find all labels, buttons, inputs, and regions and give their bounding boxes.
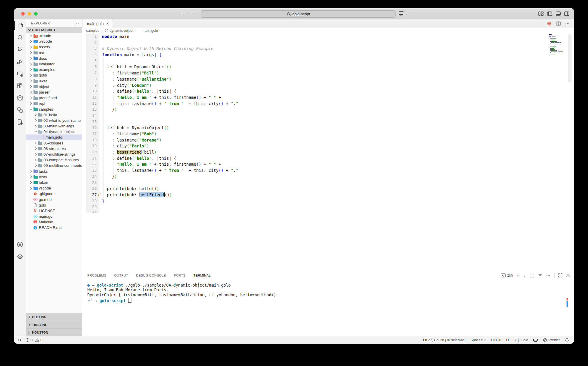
code-line-7[interactable]: : firstname("Bill") bbox=[102, 70, 547, 76]
chevron-right-icon[interactable] bbox=[29, 68, 33, 71]
panel-tab-terminal[interactable]: TERMINAL bbox=[193, 271, 211, 280]
tree-root-folder[interactable]: GOLO-SCRIPT bbox=[26, 27, 82, 33]
code-line-22[interactable]: "Hello, I am " + this: firstname() + " "… bbox=[102, 161, 547, 167]
code-line-13[interactable]: }) bbox=[102, 107, 547, 113]
tree-item-main-go[interactable]: GOmain.go bbox=[26, 214, 82, 219]
chevron-down-icon[interactable]: ⌄ bbox=[523, 274, 526, 277]
chevron-right-icon[interactable] bbox=[29, 79, 33, 82]
code-line-29[interactable] bbox=[102, 204, 547, 210]
activity-explorer[interactable] bbox=[14, 19, 26, 31]
eol-sequence[interactable]: LF bbox=[506, 338, 510, 342]
macos-zoom-button[interactable] bbox=[34, 12, 38, 16]
indentation[interactable]: Spaces: 2 bbox=[470, 338, 486, 342]
code-line-5[interactable] bbox=[102, 58, 547, 64]
panel-tab-output[interactable]: OUTPUT bbox=[114, 271, 128, 280]
tree-item-evaluator[interactable]: evaluator bbox=[26, 61, 82, 67]
chevron-right-icon[interactable] bbox=[29, 40, 33, 43]
tree-item-08-compact-closures[interactable]: 08-compact-closures bbox=[26, 157, 82, 163]
code-line-15[interactable] bbox=[102, 119, 547, 125]
problems-indicator[interactable]: 0 0 bbox=[26, 338, 42, 342]
editor-scrollbar[interactable] bbox=[568, 34, 572, 83]
code-line-4[interactable]: function main = |args| { bbox=[102, 52, 547, 58]
code-line-17[interactable]: : firstname("Bob") bbox=[102, 131, 547, 137]
language-mode[interactable]: { }Golo bbox=[515, 338, 528, 342]
code-line-20[interactable]: : bestFriend(bill) bbox=[102, 149, 547, 155]
code-line-24[interactable]: }) bbox=[102, 174, 547, 180]
encoding[interactable]: UTF-8 bbox=[491, 338, 501, 342]
chevron-right-icon[interactable] bbox=[29, 63, 33, 66]
tree-item-main-golo[interactable]: main.golo bbox=[26, 134, 82, 140]
minimap[interactable] bbox=[549, 34, 566, 58]
code-editor[interactable]: 1234567891011121314151617181920212223242… bbox=[82, 34, 574, 271]
tree-item-object[interactable]: object bbox=[26, 84, 82, 89]
chevron-right-icon[interactable] bbox=[29, 57, 33, 60]
tree-item--vscode[interactable]: .vscode bbox=[26, 39, 82, 44]
code-line-14[interactable] bbox=[102, 113, 547, 119]
panel-tab-ports[interactable]: PORTS bbox=[174, 271, 186, 280]
tree-item-license[interactable]: LICENSE bbox=[26, 208, 82, 214]
kill-terminal-icon[interactable] bbox=[538, 273, 542, 277]
tree-item-docs[interactable]: docs bbox=[26, 56, 82, 61]
code-line-11[interactable]: "Hello, I am " + this: firstname() + " "… bbox=[102, 94, 547, 101]
toggle-primary-sidebar-icon[interactable] bbox=[547, 11, 552, 16]
tree-item-07-multiline-strings[interactable]: 07-multiline-strings bbox=[26, 152, 82, 157]
code-line-26[interactable]: println(bob: hello()) bbox=[102, 186, 547, 192]
chevron-right-icon[interactable] bbox=[33, 159, 38, 162]
code-line-23[interactable]: this: lastname() + " from " + this: city… bbox=[102, 167, 547, 174]
activity-extensions[interactable] bbox=[14, 80, 26, 92]
section-houston[interactable]: HOUSTON bbox=[26, 328, 82, 336]
code-line-21[interactable]: : define("hello", |this| { bbox=[102, 155, 547, 162]
claude-extension-icon[interactable] bbox=[547, 21, 552, 26]
activity-remote-explorer[interactable] bbox=[14, 68, 26, 80]
chevron-right-icon[interactable] bbox=[33, 153, 38, 156]
copilot-sparkle-icon[interactable]: ✦✦ bbox=[97, 192, 101, 197]
tree-item-01-hello[interactable]: 01-hello bbox=[26, 112, 82, 118]
macos-minimize-button[interactable] bbox=[28, 12, 31, 16]
tree-item-samples[interactable]: samples bbox=[26, 106, 82, 112]
tree-item-parser[interactable]: parser bbox=[26, 89, 82, 95]
chevron-right-icon[interactable] bbox=[33, 113, 38, 116]
chevron-down-icon[interactable] bbox=[29, 108, 33, 111]
code-line-25[interactable] bbox=[102, 180, 547, 186]
activity-containers[interactable] bbox=[14, 92, 26, 104]
chevron-right-icon[interactable] bbox=[29, 97, 33, 99]
section-timeline[interactable]: TIMELINE bbox=[26, 321, 82, 328]
chevron-right-icon[interactable] bbox=[29, 187, 33, 190]
code-line-2[interactable] bbox=[102, 40, 547, 46]
activity-editors[interactable] bbox=[14, 104, 26, 116]
breadcrumb-samples[interactable]: samples bbox=[86, 29, 99, 33]
chevron-right-icon[interactable] bbox=[33, 142, 38, 144]
code-line-18[interactable]: : lastname("Morane") bbox=[102, 137, 547, 143]
tree-item-examples[interactable]: examples bbox=[26, 67, 82, 72]
chevron-right-icon[interactable] bbox=[33, 125, 38, 128]
split-editor-icon[interactable] bbox=[556, 21, 561, 26]
chevron-right-icon[interactable] bbox=[33, 119, 38, 122]
tree-item-golib[interactable]: golib bbox=[26, 72, 82, 78]
new-terminal-icon[interactable]: + bbox=[517, 272, 519, 278]
panel-tab-debug-console[interactable]: DEBUG CONSOLE bbox=[136, 271, 166, 280]
cursor-position[interactable]: Ln 27, Col 28 (10 selected) bbox=[423, 338, 465, 342]
chevron-right-icon[interactable] bbox=[29, 170, 33, 173]
tree-item-token[interactable]: token bbox=[26, 180, 82, 185]
tree-item--claude[interactable]: ✳.claude bbox=[26, 33, 82, 39]
more-actions-icon[interactable]: ⋯ bbox=[546, 273, 550, 278]
tree-item-repl[interactable]: repl bbox=[26, 101, 82, 106]
activity-source-control[interactable] bbox=[14, 44, 26, 56]
account-button[interactable] bbox=[14, 238, 26, 250]
tree-item-readme-md[interactable]: README.md bbox=[26, 225, 82, 230]
section-outline[interactable]: OUTLINE bbox=[26, 313, 82, 321]
nav-forward-button[interactable]: → bbox=[189, 11, 195, 16]
code-line-16[interactable]: let bob = DynamicObject() bbox=[102, 125, 547, 131]
chevron-right-icon[interactable] bbox=[29, 74, 33, 77]
formatter-status[interactable]: Prettier bbox=[543, 338, 560, 342]
nav-back-button[interactable]: ← bbox=[181, 11, 187, 16]
tree-item-tests[interactable]: tests bbox=[26, 174, 82, 180]
manage-button[interactable] bbox=[14, 250, 26, 262]
activity-search[interactable] bbox=[14, 31, 26, 44]
customize-layout-icon[interactable] bbox=[538, 11, 544, 16]
notifications-bell[interactable] bbox=[565, 338, 569, 342]
close-icon[interactable]: ✕ bbox=[106, 22, 109, 26]
macos-close-button[interactable] bbox=[21, 12, 25, 16]
tree-item-go-mod[interactable]: GOgo.mod bbox=[26, 197, 82, 202]
chevron-right-icon[interactable] bbox=[29, 34, 33, 37]
